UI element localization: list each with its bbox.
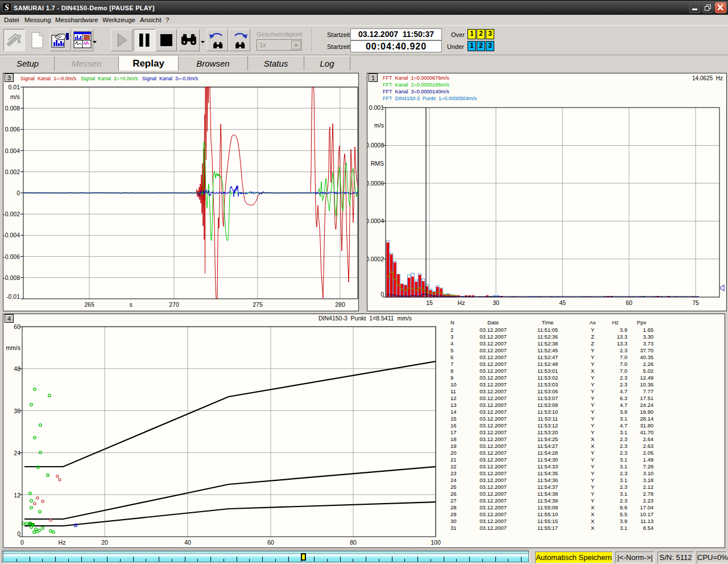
svg-text:Hz: Hz: [458, 299, 465, 306]
svg-text:270: 270: [169, 301, 179, 308]
svg-text:36: 36: [14, 407, 20, 414]
svg-text:Hz: Hz: [59, 539, 66, 546]
svg-text:0: 0: [17, 530, 20, 537]
svg-text:0: 0: [20, 539, 24, 546]
svg-text:60: 60: [626, 299, 632, 306]
svg-text:-0.004: -0.004: [3, 232, 20, 238]
svg-text:15: 15: [426, 299, 433, 306]
svg-text:60: 60: [267, 539, 274, 546]
svg-text:s: s: [129, 301, 132, 308]
svg-text:RMS: RMS: [371, 160, 384, 167]
svg-text:0.0004: 0.0004: [367, 217, 384, 224]
svg-text:-0.01: -0.01: [6, 293, 20, 300]
svg-text:30: 30: [493, 299, 499, 306]
svg-text:0.0006: 0.0006: [367, 180, 384, 187]
svg-text:0.001: 0.001: [369, 104, 384, 111]
svg-text:75: 75: [692, 299, 699, 306]
svg-text:-0.002: -0.002: [3, 211, 20, 217]
svg-text:12: 12: [14, 492, 20, 499]
svg-text:80: 80: [350, 539, 357, 546]
svg-text:0: 0: [380, 291, 384, 298]
svg-text:0.008: 0.008: [5, 105, 20, 112]
svg-text:45: 45: [559, 299, 566, 306]
svg-text:0.0008: 0.0008: [367, 142, 384, 149]
svg-text:280: 280: [335, 301, 345, 308]
svg-text:48: 48: [14, 365, 20, 372]
svg-text:m/s: m/s: [374, 122, 384, 129]
svg-text:40: 40: [184, 539, 191, 546]
svg-text:m/s: m/s: [10, 93, 20, 100]
svg-text:-0.006: -0.006: [3, 253, 20, 260]
svg-text:275: 275: [253, 301, 263, 308]
svg-text:0.006: 0.006: [5, 126, 20, 133]
svg-text:20: 20: [101, 539, 108, 546]
svg-text:0.01: 0.01: [9, 84, 20, 90]
svg-text:0.0002: 0.0002: [367, 256, 384, 262]
svg-text:-0.008: -0.008: [3, 274, 20, 281]
svg-text:100: 100: [431, 539, 441, 546]
svg-text:24: 24: [14, 450, 20, 456]
svg-text:0.004: 0.004: [5, 147, 20, 154]
svg-text:0.002: 0.002: [5, 168, 20, 175]
svg-text:265: 265: [84, 301, 94, 308]
svg-text:60: 60: [14, 323, 20, 330]
svg-text:mm/s: mm/s: [6, 344, 20, 351]
svg-text:0: 0: [16, 190, 20, 196]
